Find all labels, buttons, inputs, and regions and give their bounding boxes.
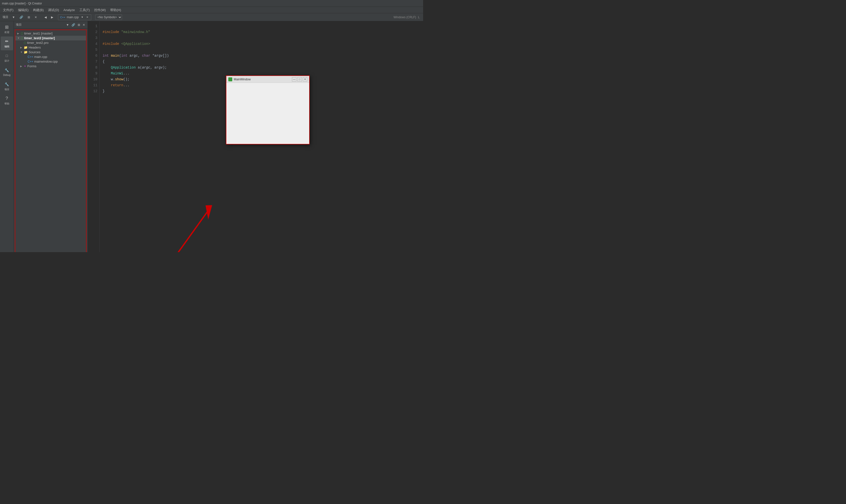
tree-label-mainwindow-cpp: mainwindow.cpp: [34, 60, 58, 63]
sidebar-item-project[interactable]: 🔧 项目: [1, 79, 13, 93]
filter-btn[interactable]: ▼: [10, 14, 17, 20]
nav-back-btn[interactable]: ◀: [43, 14, 48, 20]
project-label2: 项目: [4, 88, 10, 91]
tree-item-timer-test1[interactable]: ▶ ⬡ timer_test1 [master]: [15, 31, 86, 36]
expand-headers: ▶: [20, 46, 23, 49]
file-tab[interactable]: C++ main.cpp ▼ ✕: [58, 14, 91, 20]
forms-icon: ✦: [24, 64, 27, 68]
menu-analyze[interactable]: Analyze: [61, 7, 77, 12]
tree-item-pro-file[interactable]: ⬡ timer_test2.pro: [15, 40, 86, 45]
encoding-label: Windows (CRLF): [393, 16, 417, 19]
tree-item-headers[interactable]: ▶ 📁 Headers: [15, 45, 86, 50]
float-minimize-btn[interactable]: —: [292, 77, 296, 82]
panel-link-btn[interactable]: 🔗: [71, 23, 76, 27]
line-numbers: 1 2 3 4 5 6 7 8 9 10 11 12: [88, 21, 100, 252]
left-panel: 项目 ▼ 🔗 ⊞ ✕ ▶ ⬡ timer_test1 [master] ▼ ⬡ …: [14, 21, 88, 252]
sidebar-item-debug[interactable]: 🔧 Debug: [1, 65, 13, 79]
design-label: 设计: [4, 59, 10, 62]
pro-icon-test1: ⬡: [21, 32, 23, 35]
link-btn[interactable]: 🔗: [18, 14, 25, 20]
title-text: main.cpp [master] - Qt Creator: [2, 2, 42, 5]
tree-label-forms: Forms: [28, 64, 36, 68]
tree-item-sources[interactable]: ▼ 📁 Sources: [15, 50, 86, 54]
expand-icon-test1: ▶: [17, 32, 20, 35]
nav-forward-btn[interactable]: ▶: [49, 14, 55, 20]
float-win-buttons: — □ ✕: [292, 77, 307, 82]
tree-item-mainwindow-cpp[interactable]: C++ mainwindow.cpp: [15, 59, 86, 64]
panel-split-btn[interactable]: ⊞: [77, 23, 81, 27]
tree-item-main-cpp[interactable]: C++ main.cpp: [15, 54, 86, 59]
float-close-btn[interactable]: ✕: [303, 77, 307, 82]
tree-item-forms[interactable]: ▶ ✦ Forms: [15, 64, 86, 69]
edit-label: 编辑: [4, 45, 10, 48]
sidebar-item-welcome[interactable]: ⊞ 欢迎: [1, 22, 13, 36]
tree-label-pro: timer_test2.pro: [27, 41, 49, 44]
sidebar-item-design[interactable]: □ 设计: [1, 51, 13, 65]
tree-label-test2: timer_test2 [master]: [24, 36, 55, 40]
editor-area: 1 2 3 4 5 6 7 8 9 10 11 12 #include "mai…: [88, 21, 423, 252]
design-icon: □: [4, 53, 10, 58]
float-maximize-btn[interactable]: □: [297, 77, 302, 82]
symbols-select[interactable]: <No Symbols>: [95, 15, 122, 20]
menu-debug[interactable]: 调试(D): [46, 7, 61, 13]
help-icon: ?: [4, 96, 10, 101]
welcome-label: 欢迎: [4, 31, 10, 34]
cpp-icon-main: C++: [28, 55, 33, 59]
debug-label: Debug: [3, 74, 10, 76]
tab-close-btn[interactable]: ✕: [86, 15, 89, 19]
debug-icon: 🔧: [4, 68, 10, 73]
cpp-icon-mw: C++: [28, 60, 33, 63]
expand-sources: ▼: [20, 51, 23, 53]
panel-close-btn[interactable]: ✕: [82, 23, 86, 27]
help-label: 帮助: [4, 102, 10, 106]
tree-label-headers: Headers: [29, 46, 41, 49]
sources-folder-icon: 📁: [24, 50, 28, 54]
line-ending-label: L: [418, 16, 422, 19]
menu-build[interactable]: 构建(B): [31, 7, 46, 13]
sidebar-item-help[interactable]: ? 帮助: [1, 94, 13, 107]
menu-help[interactable]: 帮助(H): [108, 7, 123, 13]
pro-file-icon: ⬡: [24, 41, 26, 44]
file-tree: ▶ ⬡ timer_test1 [master] ▼ ⬡ timer_test2…: [15, 30, 87, 252]
float-title-icon: [228, 77, 232, 81]
project-icon: 🔧: [4, 82, 10, 87]
panel-title: 项目: [16, 23, 64, 27]
main-layout: ⊞ 欢迎 ✏ 编辑 □ 设计 🔧 Debug 🔧 项目 ? 帮助 🖥 Debug: [0, 21, 423, 252]
tab-dropdown-btn[interactable]: ▼: [80, 15, 84, 19]
title-bar: main.cpp [master] - Qt Creator: [0, 0, 423, 7]
sidebar-icons: ⊞ 欢迎 ✏ 编辑 □ 设计 🔧 Debug 🔧 项目 ? 帮助 🖥 Debug: [0, 21, 14, 252]
file-tab-icon: C++: [60, 16, 65, 19]
pro-icon-test2: ⬡: [21, 36, 23, 40]
tree-label-main-cpp: main.cpp: [34, 55, 47, 59]
file-tab-name: main.cpp: [67, 16, 79, 19]
split-btn[interactable]: ⊞: [26, 14, 32, 20]
code-area: 1 2 3 4 5 6 7 8 9 10 11 12 #include "mai…: [88, 21, 423, 252]
menu-tools[interactable]: 工具(T): [77, 7, 92, 13]
menu-controls[interactable]: 控件(W): [92, 7, 108, 13]
float-title-text: MainWindow: [234, 78, 251, 81]
float-titlebar: MainWindow — □ ✕: [226, 76, 309, 83]
headers-folder-icon: 📁: [24, 46, 28, 49]
panel-header: 项目 ▼ 🔗 ⊞ ✕: [14, 21, 88, 29]
menu-file[interactable]: 文件(F): [1, 7, 16, 13]
tree-label-test1: timer_test1 [master]: [24, 32, 53, 35]
menu-edit[interactable]: 编辑(E): [16, 7, 31, 13]
tree-label-sources: Sources: [29, 50, 40, 54]
edit-icon: ✏: [4, 39, 10, 44]
expand-icon-test2: ▼: [17, 37, 20, 39]
close-editor-btn[interactable]: ✕: [33, 14, 39, 20]
float-win-content: [226, 83, 309, 144]
tree-item-timer-test2[interactable]: ▼ ⬡ timer_test2 [master]: [15, 36, 86, 40]
welcome-icon: ⊞: [4, 24, 10, 30]
project-label: 项目: [1, 15, 10, 19]
floating-mainwindow: MainWindow — □ ✕: [226, 75, 310, 144]
sidebar-item-edit[interactable]: ✏ 编辑: [1, 36, 13, 50]
panel-filter-btn[interactable]: ▼: [66, 23, 70, 27]
expand-forms: ▶: [20, 65, 23, 68]
toolbar: 项目 ▼ 🔗 ⊞ ✕ ◀ ▶ C++ main.cpp ▼ ✕ <No Symb…: [0, 13, 423, 21]
menu-bar: 文件(F) 编辑(E) 构建(B) 调试(D) Analyze 工具(T) 控件…: [0, 7, 423, 13]
